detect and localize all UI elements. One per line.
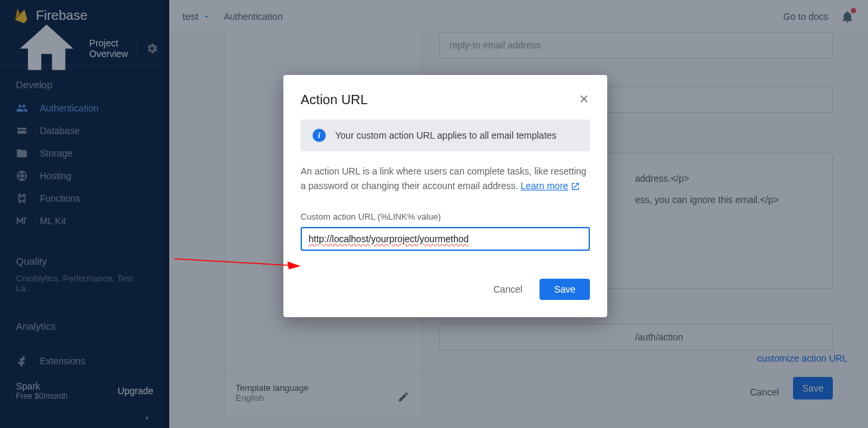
dialog-banner-text: Your custom action URL applies to all em… [335, 130, 557, 141]
learn-more-link[interactable]: Learn more [521, 180, 581, 191]
dialog-info-banner: i Your custom action URL applies to all … [301, 119, 590, 151]
info-icon: i [313, 129, 326, 142]
dialog-close-button[interactable] [578, 93, 590, 107]
learn-more-text: Learn more [521, 180, 569, 191]
action-url-dialog: Action URL i Your custom action URL appl… [283, 75, 607, 317]
custom-action-url-value: http://localhost/yourproject/yourmethod [309, 234, 469, 244]
modal-overlay: Action URL i Your custom action URL appl… [0, 0, 868, 428]
custom-action-url-input[interactable]: http://localhost/yourproject/yourmethod [301, 227, 590, 251]
custom-action-url-label: Custom action URL (%LINK% value) [283, 197, 607, 227]
dialog-title: Action URL [301, 92, 368, 107]
dialog-cancel-button[interactable]: Cancel [488, 279, 528, 300]
external-link-icon [571, 182, 580, 191]
dialog-save-button[interactable]: Save [540, 279, 590, 300]
dialog-description: An action URL is a link where users can … [283, 151, 607, 197]
close-icon [578, 93, 590, 105]
